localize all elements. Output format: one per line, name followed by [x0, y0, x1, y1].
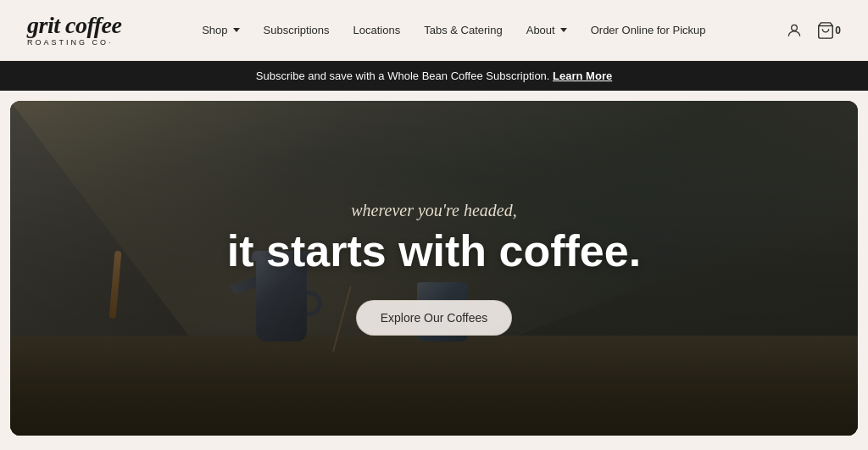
nav-item-locations[interactable]: Locations	[353, 24, 401, 36]
nav-item-subscriptions[interactable]: Subscriptions	[264, 24, 330, 36]
hero-subtitle: wherever you're headed,	[351, 201, 517, 220]
nav-icons: 0	[786, 21, 841, 40]
promo-banner: Subscribe and save with a Whole Bean Cof…	[0, 61, 868, 91]
person-icon	[786, 22, 803, 39]
nav-item-about[interactable]: About	[526, 24, 567, 36]
promo-banner-text: Subscribe and save with a Whole Bean Cof…	[256, 69, 550, 82]
learn-more-link[interactable]: Learn More	[553, 69, 612, 82]
explore-coffees-button[interactable]: Explore Our Coffees	[356, 300, 513, 336]
hero-section: wherever you're headed, it starts with c…	[10, 101, 858, 436]
hero-title: it starts with coffee.	[227, 227, 641, 275]
nav-item-tabs-catering[interactable]: Tabs & Catering	[424, 24, 503, 36]
chevron-down-icon	[560, 28, 567, 32]
main-nav: Shop Subscriptions Locations Tabs & Cate…	[202, 24, 705, 36]
chevron-down-icon	[233, 28, 240, 32]
site-header: grit coffee ROASTING CO· Shop Subscripti…	[0, 0, 868, 61]
cart-count: 0	[835, 25, 841, 36]
cart-button[interactable]: 0	[816, 21, 841, 40]
cart-icon	[816, 21, 835, 40]
logo-main-text: grit coffee	[27, 14, 121, 37]
account-button[interactable]	[786, 22, 803, 39]
nav-item-shop[interactable]: Shop	[202, 24, 239, 36]
svg-point-0	[792, 25, 798, 31]
logo-sub-text: ROASTING CO·	[27, 39, 121, 47]
hero-content: wherever you're headed, it starts with c…	[10, 101, 858, 436]
logo[interactable]: grit coffee ROASTING CO·	[27, 14, 121, 47]
nav-item-order-online[interactable]: Order Online for Pickup	[591, 24, 706, 36]
